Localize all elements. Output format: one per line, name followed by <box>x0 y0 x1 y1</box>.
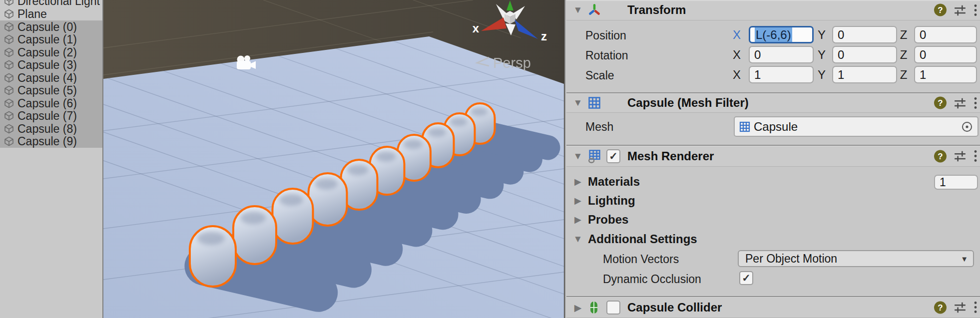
axis-y-label[interactable]: Y <box>816 48 828 62</box>
presets-icon[interactable] <box>954 3 967 16</box>
hierarchy-item-label: Capsule (8) <box>17 122 77 136</box>
scene-view[interactable]: x z Persp <box>103 0 564 318</box>
help-icon[interactable]: ? <box>934 96 947 110</box>
capsule-collider-header[interactable]: ▶ Capsule Collider ? <box>566 296 980 318</box>
more-menu-icon[interactable] <box>973 96 978 109</box>
transform-icon <box>587 3 601 17</box>
motion-vectors-dropdown[interactable]: Per Object Motion ▼ <box>738 250 974 267</box>
hierarchy-item-label: Capsule (9) <box>17 135 77 148</box>
hierarchy-item-capsule-1[interactable]: Capsule (1) <box>0 33 102 46</box>
scale-y-field[interactable]: 1 <box>832 66 897 83</box>
persp-label: Persp <box>493 55 531 71</box>
axis-x-label[interactable]: X <box>731 28 743 42</box>
foldout-closed-icon: ▶ <box>572 195 583 206</box>
foldout-open-icon[interactable]: ▼ <box>572 151 583 162</box>
foldout-closed-icon[interactable]: ▶ <box>572 302 583 313</box>
capsule-top-shade <box>240 211 266 224</box>
foldout-open-icon: ▼ <box>572 234 583 245</box>
svg-text:?: ? <box>938 98 943 108</box>
mesh-renderer-icon <box>587 149 601 163</box>
hierarchy-item-label: Capsule (4) <box>17 71 77 85</box>
foldout-closed-icon: ▶ <box>572 214 583 225</box>
axis-y-label[interactable]: Y <box>816 68 828 82</box>
component-title: Capsule Collider <box>627 301 722 315</box>
hierarchy-item-capsule-4[interactable]: Capsule (4) <box>0 71 102 84</box>
gameobject-cube-icon <box>4 60 14 70</box>
materials-count-field[interactable]: 1 <box>934 175 978 190</box>
axis-x-label[interactable]: X <box>731 68 743 82</box>
materials-foldout[interactable]: ▶ Materials <box>572 175 640 189</box>
presets-icon[interactable] <box>954 96 967 109</box>
foldout-open-icon[interactable]: ▼ <box>572 4 583 15</box>
more-menu-icon[interactable] <box>973 301 978 314</box>
position-z-field[interactable]: 0 <box>914 26 977 43</box>
gameobject-cube-icon <box>4 111 14 121</box>
capsule-top-shade <box>347 164 369 175</box>
help-icon[interactable]: ? <box>934 149 947 163</box>
object-picker-icon[interactable] <box>961 120 974 133</box>
presets-icon[interactable] <box>954 150 967 163</box>
component-title: Capsule (Mesh Filter) <box>627 96 749 110</box>
axis-z-label[interactable]: Z <box>898 28 910 42</box>
component-title: Mesh Renderer <box>627 149 714 163</box>
help-icon[interactable]: ? <box>934 301 947 314</box>
gameobject-cube-icon <box>4 85 14 95</box>
unity-editor-window: Directional Light Plane Capsule (0) Caps… <box>0 0 980 318</box>
capsule-top-shade <box>279 194 303 206</box>
rotation-y-field[interactable]: 0 <box>832 46 897 63</box>
axis-y-label[interactable]: Y <box>816 28 828 42</box>
transform-header[interactable]: ▼ Transform ? <box>566 0 980 20</box>
hierarchy-item-capsule-3[interactable]: Capsule (3) <box>0 58 102 71</box>
component-enabled-checkbox[interactable]: ✓ <box>606 149 620 163</box>
mesh-renderer-header[interactable]: ▼ ✓ Mesh Renderer ? <box>566 145 980 167</box>
gameobject-cube-icon <box>4 22 14 32</box>
hierarchy-item-capsule-7[interactable]: Capsule (7) <box>0 109 102 122</box>
additional-settings-foldout[interactable]: ▼ Additional Settings <box>572 232 697 246</box>
rotation-z-field[interactable]: 0 <box>914 46 977 63</box>
axis-z-label[interactable]: Z <box>898 48 910 62</box>
hierarchy-item-capsule-8[interactable]: Capsule (8) <box>0 122 102 135</box>
position-x-field[interactable]: L(-6,6) <box>749 26 814 43</box>
scale-x-field[interactable]: 1 <box>749 66 814 83</box>
position-label: Position <box>585 29 626 42</box>
presets-icon[interactable] <box>954 301 967 314</box>
hierarchy-item-directional-light[interactable]: Directional Light <box>0 0 102 7</box>
more-menu-icon[interactable] <box>973 3 978 16</box>
chevron-down-icon: ▼ <box>961 255 968 263</box>
foldout-open-icon[interactable]: ▼ <box>572 97 583 108</box>
position-y-field[interactable]: 0 <box>832 26 897 43</box>
inspector-panel: ▼ Transform ? <box>564 0 980 318</box>
hierarchy-item-label: Directional Light <box>17 0 100 8</box>
help-icon[interactable]: ? <box>934 3 947 17</box>
capsule-top-shade <box>428 127 447 137</box>
hierarchy-item-capsule-6[interactable]: Capsule (6) <box>0 97 102 110</box>
hierarchy-item-capsule-2[interactable]: Capsule (2) <box>0 46 102 59</box>
mesh-object-field[interactable]: Capsule <box>734 116 979 137</box>
scale-label: Scale <box>585 69 614 82</box>
mesh-icon <box>739 121 751 133</box>
gameobject-cube-icon <box>4 73 14 83</box>
hierarchy-item-capsule-9[interactable]: Capsule (9) <box>0 135 102 148</box>
axis-x-label[interactable]: X <box>731 48 743 62</box>
lighting-foldout[interactable]: ▶ Lighting <box>572 194 635 208</box>
gizmo-z-label: z <box>541 29 547 43</box>
hierarchy-item-capsule-0[interactable]: Capsule (0) <box>0 20 102 33</box>
capsule-top-shade <box>197 232 225 245</box>
rotation-x-field[interactable]: 0 <box>749 46 814 63</box>
mesh-filter-header[interactable]: ▼ Capsule (Mesh Filter) ? <box>566 92 980 113</box>
probes-foldout[interactable]: ▶ Probes <box>572 213 628 227</box>
hierarchy-item-plane[interactable]: Plane <box>0 7 102 20</box>
hierarchy-item-capsule-5[interactable]: Capsule (5) <box>0 84 102 97</box>
component-title: Transform <box>627 3 686 17</box>
dynamic-occlusion-checkbox[interactable]: ✓ <box>739 271 753 285</box>
axis-z-label[interactable]: Z <box>898 68 910 82</box>
component-enabled-checkbox[interactable] <box>606 301 620 315</box>
more-menu-icon[interactable] <box>973 150 978 163</box>
hierarchy-item-label: Capsule (1) <box>17 33 77 46</box>
capsule-top-shade <box>315 178 338 189</box>
hierarchy-item-label: Capsule (3) <box>17 58 77 72</box>
scale-z-field[interactable]: 1 <box>914 66 977 83</box>
gameobject-cube-icon <box>4 0 14 6</box>
capsule-top-shade <box>376 151 396 162</box>
hierarchy-item-label: Capsule (0) <box>17 20 77 34</box>
